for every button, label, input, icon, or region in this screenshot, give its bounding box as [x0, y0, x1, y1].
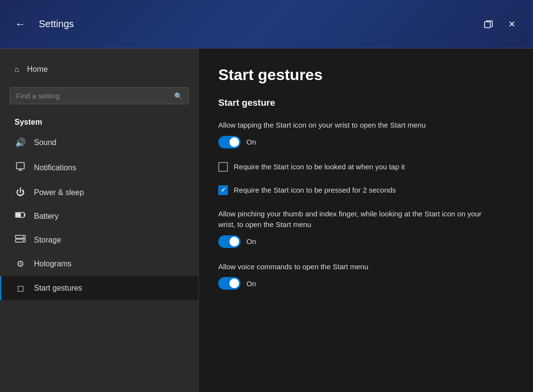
sidebar-item-label: Holograms — [34, 260, 71, 268]
press-2s-row: Require the Start icon to be pressed for… — [218, 185, 514, 195]
sound-icon: 🔊 — [15, 137, 26, 148]
sidebar-section-system: System — [0, 114, 198, 131]
voice-toggle[interactable] — [218, 277, 241, 290]
title-bar-controls: ✕ — [479, 15, 521, 34]
sidebar-item-label: Storage — [34, 236, 61, 245]
sidebar-item-notifications[interactable]: Notifications — [0, 155, 198, 180]
search-icon: 🔍 — [174, 92, 182, 100]
sidebar-home-label: Home — [27, 65, 48, 74]
setting-tap-start: Allow tapping the Start icon on your wri… — [218, 120, 514, 148]
sidebar-item-power[interactable]: ⏻ Power & sleep — [0, 180, 198, 204]
voice-toggle-row: On — [218, 277, 514, 290]
svg-rect-4 — [16, 213, 21, 217]
svg-point-7 — [23, 236, 24, 237]
press-2s-label: Require the Start icon to be pressed for… — [234, 186, 396, 194]
home-icon: ⌂ — [15, 65, 19, 74]
holograms-icon: ⚙ — [15, 259, 26, 269]
press-2s-checkbox[interactable] — [218, 185, 228, 195]
tap-start-toggle-label: On — [246, 138, 256, 146]
tap-start-description: Allow tapping the Start icon on your wri… — [218, 120, 490, 131]
title-bar-left: ← Settings — [12, 16, 479, 33]
pinch-toggle-label: On — [246, 237, 256, 245]
title-bar: ← Settings ✕ — [0, 0, 533, 49]
svg-rect-0 — [485, 22, 490, 28]
sidebar: ⌂ Home 🔍 System 🔊 Sound Notifications ⏻ — [0, 49, 199, 392]
voice-description: Allow voice commands to open the Start m… — [218, 261, 490, 273]
sidebar-item-start-gestures[interactable]: ◻ Start gestures — [0, 276, 198, 300]
setting-pinch: Allow pinching your thumb and index fing… — [218, 209, 514, 248]
tap-start-toggle[interactable] — [218, 136, 241, 148]
sidebar-item-label: Power & sleep — [34, 188, 84, 197]
look-at-row: Require the Start icon to be looked at w… — [218, 162, 514, 172]
sidebar-item-sound[interactable]: 🔊 Sound — [0, 131, 198, 155]
sidebar-item-battery[interactable]: Battery — [0, 204, 198, 228]
pinch-toggle-row: On — [218, 235, 514, 248]
setting-press-2s: Require the Start icon to be pressed for… — [218, 185, 514, 195]
tap-start-toggle-row: On — [218, 136, 514, 148]
pinch-toggle[interactable] — [218, 235, 241, 248]
notifications-icon — [15, 162, 26, 174]
voice-toggle-label: On — [246, 279, 256, 288]
start-gestures-icon: ◻ — [15, 283, 26, 294]
battery-icon — [15, 211, 26, 221]
sidebar-item-storage[interactable]: Storage — [0, 228, 198, 252]
sidebar-item-holograms[interactable]: ⚙ Holograms — [0, 252, 198, 276]
sidebar-item-label: Start gestures — [34, 284, 82, 293]
svg-point-8 — [23, 240, 24, 241]
look-at-label: Require the Start icon to be looked at w… — [234, 163, 405, 171]
svg-rect-3 — [24, 213, 25, 216]
close-button[interactable]: ✕ — [502, 15, 521, 34]
app-title: Settings — [39, 18, 74, 30]
sidebar-item-label: Notifications — [34, 163, 76, 172]
svg-rect-1 — [16, 163, 24, 169]
search-box[interactable]: 🔍 — [10, 87, 189, 104]
main-content: ⌂ Home 🔍 System 🔊 Sound Notifications ⏻ — [0, 49, 533, 392]
restore-button[interactable] — [479, 15, 498, 34]
storage-icon — [15, 235, 26, 245]
section-heading: Start gesture — [218, 98, 514, 108]
page-title: Start gestures — [218, 66, 514, 84]
content-panel: Start gestures Start gesture Allow tappi… — [199, 49, 533, 392]
setting-look-at: Require the Start icon to be looked at w… — [218, 162, 514, 172]
pinch-description: Allow pinching your thumb and index fing… — [218, 209, 490, 230]
sidebar-item-label: Battery — [34, 212, 59, 221]
sidebar-item-label: Sound — [34, 138, 56, 147]
sidebar-item-home[interactable]: ⌂ Home — [0, 58, 198, 81]
look-at-checkbox[interactable] — [218, 162, 228, 172]
back-button[interactable]: ← — [12, 16, 29, 33]
search-input[interactable] — [16, 92, 169, 100]
power-icon: ⏻ — [15, 187, 26, 197]
setting-voice: Allow voice commands to open the Start m… — [218, 261, 514, 290]
